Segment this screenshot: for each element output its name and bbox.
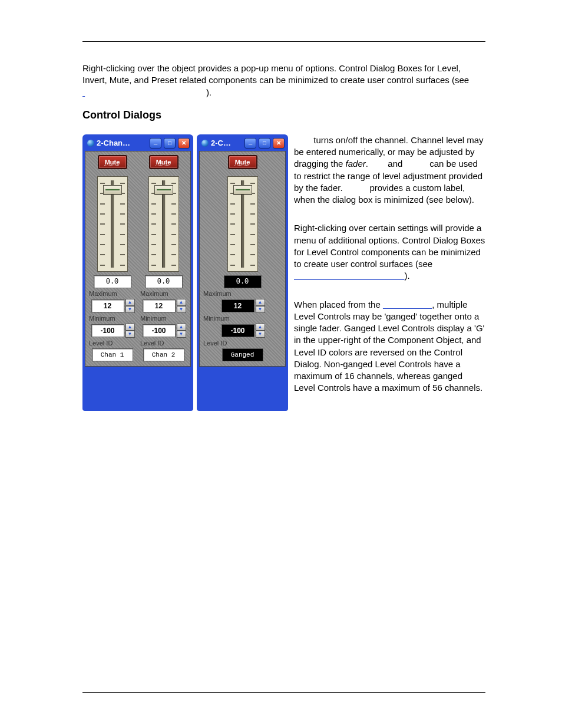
levelid-input[interactable]: Chan 1 bbox=[92, 348, 133, 361]
dialog-2chan: 2-Chan… Mute bbox=[82, 134, 193, 411]
fader[interactable] bbox=[97, 176, 128, 272]
maximum-label: Maximum bbox=[89, 290, 117, 297]
dialog-ganged: 2-C… Mute 0 bbox=[197, 134, 288, 411]
p2-after: ). bbox=[405, 271, 410, 281]
spin-down[interactable]: ▼ bbox=[125, 306, 135, 313]
minimum-field: -100 ▲ ▼ bbox=[222, 324, 264, 338]
p3-before: When placed from the bbox=[294, 299, 383, 309]
spin-up[interactable]: ▲ bbox=[177, 299, 186, 306]
blank-term bbox=[371, 159, 385, 169]
fader[interactable] bbox=[227, 176, 258, 272]
window-icon bbox=[201, 140, 209, 147]
maximum-input[interactable]: 12 bbox=[91, 299, 124, 312]
blank-term bbox=[405, 159, 428, 169]
close-button[interactable] bbox=[178, 138, 190, 149]
window-title: 2-Chan… bbox=[97, 139, 147, 147]
window-icon bbox=[87, 140, 94, 147]
spin-down[interactable]: ▼ bbox=[177, 306, 186, 313]
bottom-rule bbox=[82, 692, 485, 693]
minimum-input[interactable]: -100 bbox=[222, 324, 254, 337]
fader-thumb[interactable] bbox=[103, 185, 122, 195]
level-value[interactable]: 0.0 bbox=[224, 275, 262, 288]
titlebar[interactable]: 2-C… bbox=[199, 136, 286, 151]
maximize-button[interactable] bbox=[164, 138, 176, 149]
fader-thumb[interactable] bbox=[233, 185, 252, 195]
fader-term: fader bbox=[346, 159, 366, 169]
para-2: Right-clicking over certain settings wil… bbox=[294, 222, 485, 282]
dialogs-area: 2-Chan… Mute bbox=[82, 134, 288, 411]
fader-ticks bbox=[100, 183, 125, 265]
minimum-input[interactable]: -100 bbox=[91, 324, 124, 337]
p3-after: , multiple Level Controls may be 'ganged… bbox=[294, 299, 484, 393]
spin-down[interactable]: ▼ bbox=[177, 331, 186, 338]
p3-link[interactable] bbox=[383, 299, 432, 309]
intro-paragraph: Right-clicking over the object provides … bbox=[82, 62, 485, 98]
minimum-field: -100 ▲ ▼ bbox=[91, 324, 134, 338]
intro-text-after: ). bbox=[206, 87, 211, 97]
spin-up[interactable]: ▲ bbox=[125, 324, 135, 331]
maximum-field: 12 ▲ ▼ bbox=[91, 299, 134, 313]
minimum-label: Minimum bbox=[140, 315, 167, 322]
mute-button[interactable]: Mute bbox=[149, 155, 178, 169]
p1-b: and bbox=[385, 159, 405, 169]
minimum-field: -100 ▲ ▼ bbox=[143, 324, 185, 338]
levelid-label: Level ID bbox=[140, 340, 164, 347]
levelid-input[interactable]: Chan 2 bbox=[143, 348, 184, 361]
channel-ganged: Mute 0.0 Maximum 12 bbox=[202, 155, 283, 361]
blank-term bbox=[345, 183, 368, 193]
content-row: 2-Chan… Mute bbox=[82, 134, 485, 411]
fader-thumb[interactable] bbox=[154, 185, 173, 195]
minimize-button[interactable] bbox=[150, 138, 161, 149]
spin-down[interactable]: ▼ bbox=[125, 331, 135, 338]
spin-up[interactable]: ▲ bbox=[177, 324, 186, 331]
levelid-input[interactable]: Ganged bbox=[222, 348, 263, 361]
level-value[interactable]: 0.0 bbox=[145, 275, 183, 288]
titlebar[interactable]: 2-Chan… bbox=[85, 136, 191, 151]
intro-link[interactable] bbox=[82, 87, 206, 98]
level-value[interactable]: 0.0 bbox=[94, 275, 131, 288]
fader-ticks bbox=[230, 183, 255, 265]
maximum-field: 12 ▲ ▼ bbox=[222, 299, 264, 313]
levelid-label: Level ID bbox=[89, 340, 113, 347]
para-1: turns on/off the channel. Channel level … bbox=[294, 134, 485, 206]
minimize-button[interactable] bbox=[244, 138, 256, 149]
p1-period: . bbox=[366, 159, 371, 169]
mute-button[interactable]: Mute bbox=[98, 155, 127, 169]
maximum-input[interactable]: 12 bbox=[143, 299, 176, 312]
spin-up[interactable]: ▲ bbox=[125, 299, 135, 306]
spin-up[interactable]: ▲ bbox=[256, 324, 265, 331]
spin-down[interactable]: ▼ bbox=[256, 306, 265, 313]
top-rule bbox=[82, 41, 485, 42]
section-heading: Control Dialogs bbox=[82, 109, 485, 121]
p2-link[interactable] bbox=[294, 271, 405, 281]
minimum-label: Minimum bbox=[89, 315, 115, 322]
channel-1: Mute 0.0 Maximum 12 bbox=[88, 155, 137, 361]
window-title: 2-C… bbox=[211, 139, 242, 147]
maximum-field: 12 ▲ ▼ bbox=[143, 299, 185, 313]
spin-down[interactable]: ▼ bbox=[256, 331, 265, 338]
explanation-column: turns on/off the channel. Channel level … bbox=[294, 134, 485, 411]
channel-2: Mute 0.0 Maximum 12 bbox=[139, 155, 188, 361]
minimum-label: Minimum bbox=[203, 315, 230, 322]
blank-term bbox=[294, 135, 311, 145]
maximum-input[interactable]: 12 bbox=[222, 299, 254, 312]
levelid-label: Level ID bbox=[203, 340, 227, 347]
spin-up[interactable]: ▲ bbox=[256, 299, 265, 306]
mute-button[interactable]: Mute bbox=[228, 155, 257, 169]
maximum-label: Maximum bbox=[140, 290, 168, 297]
maximum-label: Maximum bbox=[203, 290, 232, 297]
close-button[interactable] bbox=[273, 138, 285, 149]
minimum-input[interactable]: -100 bbox=[143, 324, 176, 337]
fader-ticks bbox=[151, 183, 176, 265]
dialog-body: Mute 0.0 Maximum 12 bbox=[199, 151, 286, 367]
intro-text-before: Right-clicking over the object provides … bbox=[82, 63, 469, 85]
para-3: When placed from the , multiple Level Co… bbox=[294, 299, 485, 394]
p2-before: Right-clicking over certain settings wil… bbox=[294, 223, 485, 269]
fader[interactable] bbox=[148, 176, 179, 272]
dialog-body: Mute 0.0 Maximum 12 bbox=[85, 151, 191, 367]
maximize-button[interactable] bbox=[259, 138, 270, 149]
